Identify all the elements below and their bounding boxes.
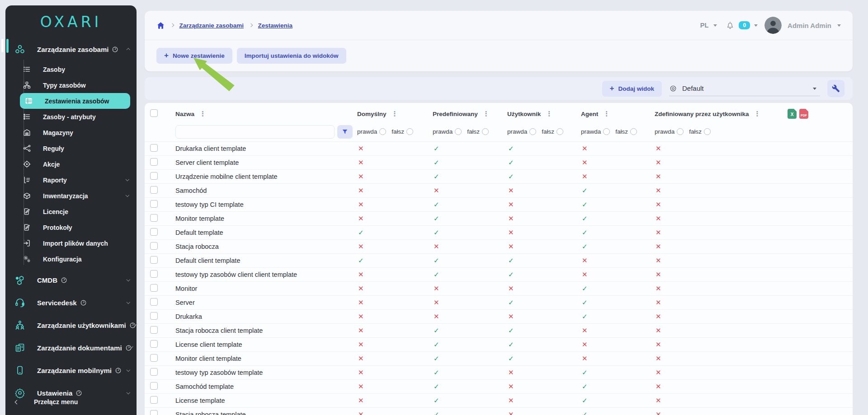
row-checkbox[interactable] — [150, 270, 158, 278]
view-select[interactable]: Default — [669, 81, 820, 96]
table-row[interactable]: Stacja robocza template ✕ ✓ ✕ ✓ ✕ — [145, 408, 853, 415]
table-row[interactable]: Default template ✓ ✓ ✕ ✓ ✕ — [145, 226, 853, 240]
import-settings-button[interactable]: Importuj ustawienia do widoków — [237, 48, 346, 64]
sidebar-item-import-plikow-danych[interactable]: Import plików danych — [5, 235, 137, 251]
table-row[interactable]: testowy typ zasobów template ✕ ✓ ✕ ✓ ✕ — [145, 366, 853, 380]
sidebar-item-reguly[interactable]: Reguły — [5, 140, 137, 156]
sidebar-item-akcje[interactable]: Akcje — [5, 156, 137, 172]
table-row[interactable]: Samochód template ✕ ✓ ✕ ✓ ✕ — [145, 380, 853, 394]
sidebar-item-magazyny[interactable]: Magazyny — [5, 125, 137, 140]
chevron-icon[interactable] — [126, 300, 130, 304]
row-checkbox[interactable] — [150, 284, 158, 292]
sidebar-module-zarzadzanie-dokumentami[interactable]: Zarządzanie dokumentami — [5, 336, 137, 359]
table-row[interactable]: Urządzenie mobilne client template ✕ ✓ ✓… — [145, 170, 853, 184]
notification-caret-icon[interactable] — [754, 24, 758, 28]
table-row[interactable]: Drukarka ✕ ✕ ✕ ✓ ✕ — [145, 310, 853, 324]
radio-false[interactable] — [704, 128, 711, 135]
row-checkbox[interactable] — [150, 410, 158, 415]
row-checkbox[interactable] — [150, 144, 158, 152]
filter-button[interactable] — [337, 125, 353, 139]
column-menu-icon[interactable]: ⋮ — [754, 111, 761, 117]
radio-false[interactable] — [406, 128, 413, 135]
sidebar-item-licencje[interactable]: Licencje — [5, 204, 137, 219]
name-filter-input[interactable] — [175, 125, 335, 139]
chevron-down-icon[interactable] — [125, 193, 129, 197]
language-selector[interactable]: PL — [700, 22, 709, 29]
language-caret-icon[interactable] — [713, 24, 717, 28]
avatar[interactable] — [764, 17, 782, 34]
table-row[interactable]: License client template ✕ ✓ ✓ ✕ ✕ — [145, 338, 853, 352]
radio-false[interactable] — [557, 128, 563, 135]
row-checkbox[interactable] — [150, 256, 158, 264]
row-checkbox[interactable] — [150, 368, 158, 376]
sidebar-module-zarzadzanie-zasobami[interactable]: Zarządzanie zasobami — [5, 38, 137, 61]
add-view-button[interactable]: + Dodaj widok — [602, 81, 662, 97]
radio-false[interactable] — [630, 128, 637, 135]
radio-true[interactable] — [529, 128, 536, 135]
table-row[interactable]: Server ✕ ✕ ✓ ✓ ✕ — [145, 296, 853, 310]
export-excel-icon[interactable]: X — [788, 109, 797, 119]
sidebar-item-inwentaryzacja[interactable]: Inwentaryzacja — [5, 188, 137, 204]
row-checkbox[interactable] — [150, 326, 158, 334]
sidebar-item-konfiguracja[interactable]: Konfiguracja — [5, 251, 137, 267]
table-row[interactable]: Server client template ✕ ✓ ✓ ✕ ✕ — [145, 156, 853, 170]
radio-false[interactable] — [482, 128, 489, 135]
row-checkbox[interactable] — [150, 312, 158, 320]
row-checkbox[interactable] — [150, 354, 158, 362]
table-row[interactable]: testowy typ zasobów client client templa… — [145, 268, 853, 282]
new-zestawienie-button[interactable]: + Nowe zestawienie — [156, 48, 232, 64]
breadcrumb-link-zestawienia[interactable]: Zestawienia — [258, 22, 293, 29]
column-menu-icon[interactable]: ⋮ — [603, 111, 610, 117]
sidebar-item-protokoly[interactable]: Protokoły — [5, 219, 137, 235]
row-checkbox[interactable] — [150, 186, 158, 194]
bell-icon[interactable] — [726, 21, 735, 30]
radio-true[interactable] — [455, 128, 462, 135]
table-row[interactable]: Monitor template ✕ ✓ ✕ ✓ ✕ — [145, 212, 853, 226]
row-checkbox[interactable] — [150, 214, 158, 222]
sidebar-item-zasoby[interactable]: Zasoby — [5, 61, 137, 77]
menu-toggle[interactable]: Przełącz menu — [5, 392, 137, 411]
sidebar-item-typy-zasobow[interactable]: Typy zasobów — [5, 77, 137, 93]
table-row[interactable]: Drukarka client template ✕ ✓ ✓ ✕ ✕ — [145, 142, 853, 156]
chevron-icon[interactable] — [126, 48, 130, 52]
row-checkbox[interactable] — [150, 242, 158, 250]
column-menu-icon[interactable]: ⋮ — [546, 111, 552, 117]
sidebar-module-cmdb[interactable]: CMDB — [5, 269, 137, 291]
column-menu-icon[interactable]: ⋮ — [483, 111, 490, 117]
chevron-icon[interactable] — [126, 368, 130, 372]
row-checkbox[interactable] — [150, 172, 158, 180]
table-row[interactable]: Stacja robocza client template ✕ ✓ ✓ ✕ ✕ — [145, 324, 853, 338]
radio-true[interactable] — [603, 128, 610, 135]
row-checkbox[interactable] — [150, 382, 158, 390]
row-checkbox[interactable] — [150, 158, 158, 166]
radio-true[interactable] — [677, 128, 684, 135]
sidebar-module-servicedesk[interactable]: Servicedesk — [5, 291, 137, 314]
row-checkbox[interactable] — [150, 228, 158, 236]
sidebar-item-zasoby-atrybuty[interactable]: Zasoby - atrybuty — [5, 109, 137, 125]
table-row[interactable]: Monitor client template ✕ ✓ ✓ ✕ ✕ — [145, 352, 853, 366]
home-icon[interactable] — [156, 21, 165, 30]
radio-true[interactable] — [379, 128, 386, 135]
export-pdf-icon[interactable]: PDF — [799, 109, 808, 119]
chevron-icon[interactable] — [126, 278, 130, 281]
table-row[interactable]: Default client template ✓ ✓ ✓ ✕ ✕ — [145, 254, 853, 268]
user-menu-caret-icon[interactable] — [837, 24, 841, 28]
sidebar-item-zestawienia-zasobow[interactable]: Zestawienia zasobów — [20, 93, 130, 109]
table-row[interactable]: License template ✕ ✓ ✕ ✓ ✕ — [145, 394, 853, 408]
table-row[interactable]: Monitor ✕ ✕ ✕ ✓ ✕ — [145, 282, 853, 296]
notification-badge[interactable]: 0 — [739, 21, 750, 29]
column-menu-icon[interactable]: ⋮ — [392, 111, 398, 117]
row-checkbox[interactable] — [150, 298, 158, 306]
sidebar-module-zarzadzanie-uzytkownikami[interactable]: Zarządzanie użytkownikami — [5, 314, 137, 336]
breadcrumb-link-zarzadzanie-zasobami[interactable]: Zarządzanie zasobami — [179, 22, 244, 29]
sidebar-item-raporty[interactable]: Raporty — [5, 172, 137, 188]
row-checkbox[interactable] — [150, 200, 158, 208]
row-checkbox[interactable] — [150, 396, 158, 404]
row-checkbox[interactable] — [150, 340, 158, 348]
sidebar-module-zarzadzanie-mobilnymi[interactable]: Zarządzanie mobilnymi — [5, 359, 137, 382]
column-menu-icon[interactable]: ⋮ — [199, 111, 206, 117]
view-settings-button[interactable] — [827, 80, 844, 97]
select-all-checkbox[interactable] — [150, 109, 158, 117]
table-row[interactable]: Samochód ✕ ✕ ✕ ✓ ✕ — [145, 184, 853, 198]
table-row[interactable]: Stacja robocza ✕ ✕ ✕ ✓ ✕ — [145, 240, 853, 254]
